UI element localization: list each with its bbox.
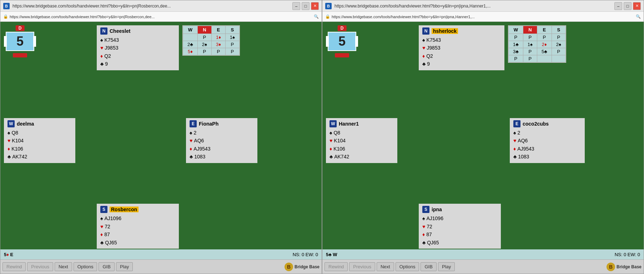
maximize-btn-1[interactable]: □	[302, 2, 310, 10]
east-badge-1: E	[190, 120, 197, 127]
toolbar-1: Rewind Previous Next Options GIB Play B …	[0, 259, 322, 274]
north-spades-1: ♠ K7543	[100, 36, 175, 44]
bb-text-1: Bridge Base	[295, 264, 320, 269]
board-number-box-2: 5	[328, 32, 356, 51]
title-text-1: https://www.bridgebase.com/tools/handvie…	[12, 4, 290, 9]
bid-n-header-1: N	[197, 26, 211, 34]
north-badge-1: N	[100, 27, 107, 35]
close-btn-2[interactable]: ✕	[633, 2, 641, 10]
status-bar-2: 5♣ W NS: 0 EW: 0	[322, 249, 644, 259]
bb-icon-1: B	[285, 263, 293, 271]
west-name-2: Hanner1	[339, 121, 359, 127]
bid-e-header-2: E	[537, 26, 552, 34]
east-header-1: E FionaPh	[190, 120, 254, 127]
west-name-1: deelma	[17, 121, 34, 127]
rewind-button-1[interactable]: Rewind	[2, 262, 26, 271]
address-bar-1: 🔒 https://www.bridgebase.com/tools/handv…	[0, 12, 322, 22]
west-header-1: W deelma	[7, 120, 72, 127]
bid-w-header-2: W	[509, 26, 523, 34]
status-bar-1: 5♦ E NS: 0 EW: 0	[0, 249, 322, 259]
north-header-1: N Cheeslet	[100, 27, 175, 35]
east-name-2: coco2cubs	[523, 121, 549, 127]
west-badge-2: W	[329, 120, 337, 127]
board-bottom-bar-1	[13, 53, 27, 57]
east-hand-2: E coco2cubs ♠ 2 ♥ AQ6 ♦ AJ9543 ♣ 1083	[510, 118, 585, 163]
window-controls-1: – □ ✕	[292, 2, 319, 10]
bid-row-2-2: 1♣ 1♠ 2♦ 2♠	[509, 41, 566, 48]
south-header-1: S Rosbercon	[100, 206, 175, 213]
south-hand-1: S Rosbercon ♠ AJ1096 ♥ 72 ♦ 87 ♣ QJ65	[97, 204, 179, 249]
address-text-2[interactable]: https://www.bridgebase.com/tools/handvie…	[332, 15, 634, 19]
south-hand-2: S ipna ♠ AJ1096 ♥ 72 ♦ 87 ♣ QJ65	[419, 204, 501, 249]
browser-window-1: B https://www.bridgebase.com/tools/handv…	[0, 0, 322, 274]
west-header-2: W Hanner1	[329, 120, 394, 127]
rewind-button-2[interactable]: Rewind	[324, 262, 348, 271]
bb-text-2: Bridge Base	[617, 264, 642, 269]
previous-button-1[interactable]: Previous	[27, 262, 53, 271]
north-badge-2: N	[422, 27, 429, 35]
contract-1: 5♦ E	[4, 252, 13, 257]
search-icon-2[interactable]: 🔍	[636, 14, 641, 19]
bid-w-header-1: W	[183, 26, 198, 34]
south-badge-1: S	[100, 206, 107, 213]
north-hand-1: N Cheeslet ♠ K7543 ♥ J9853 ♦ Q2 ♣ 9	[97, 25, 179, 70]
gib-button-1[interactable]: GIB	[99, 262, 114, 271]
south-name-2: ipna	[432, 207, 442, 212]
options-button-2[interactable]: Options	[396, 262, 419, 271]
bid-s-header-2: S	[552, 26, 565, 34]
score-1: NS: 0 EW: 0	[293, 252, 318, 257]
north-diamonds-1: ♦ Q2	[100, 52, 175, 60]
board-indicator-1: D 5	[4, 25, 36, 57]
west-hand-2: W Hanner1 ♠ Q8 ♥ K104 ♦ K106 ♣ AK742	[326, 118, 397, 163]
bid-table-2: W N E S P P P P 1♣ 1♠	[508, 25, 566, 63]
options-button-1[interactable]: Options	[74, 262, 97, 271]
north-hearts-1: ♥ J9853	[100, 44, 175, 52]
title-bar-1: B https://www.bridgebase.com/tools/handv…	[0, 0, 322, 12]
south-header-2: S ipna	[422, 206, 497, 213]
play-button-2[interactable]: Play	[438, 262, 455, 271]
search-icon-1[interactable]: 🔍	[314, 14, 319, 19]
play-button-1[interactable]: Play	[116, 262, 133, 271]
contract-2: 5♣ W	[326, 252, 337, 257]
bid-e-header-1: E	[211, 26, 225, 34]
bridge-base-logo-1: B Bridge Base	[285, 263, 320, 271]
dealer-label-2: D	[338, 25, 347, 31]
bid-s-header-1: S	[225, 26, 239, 34]
browser-window-2: B https://www.bridgebase.com/tools/handv…	[322, 0, 644, 274]
address-text-1[interactable]: https://www.bridgebase.com/tools/handvie…	[10, 15, 312, 19]
address-bar-2: 🔒 https://www.bridgebase.com/tools/handv…	[322, 12, 644, 22]
south-badge-2: S	[422, 206, 429, 213]
next-button-1[interactable]: Next	[55, 262, 72, 271]
bid-row-2-4: P P	[509, 55, 566, 62]
score-2: NS: 0 EW: 0	[615, 252, 640, 257]
gib-button-2[interactable]: GIB	[421, 262, 436, 271]
north-header-2: N hsherlock	[422, 27, 501, 35]
board-number-2: 5	[338, 34, 346, 49]
minimize-btn-2[interactable]: –	[614, 2, 622, 10]
bb-icon-2: B	[607, 263, 615, 271]
bid-row-1-3: 5♦ P P P	[183, 48, 240, 55]
maximize-btn-2[interactable]: □	[624, 2, 632, 10]
browser-icon-1: B	[3, 3, 10, 9]
north-name-2: hsherlock	[432, 28, 458, 34]
minimize-btn-1[interactable]: –	[292, 2, 300, 10]
north-hand-2: N hsherlock ♠ K7543 ♥ J9853 ♦ Q2 ♣ 9	[419, 25, 504, 70]
north-clubs-1: ♣ 9	[100, 60, 175, 68]
bid-table-1: W N E S P 1♦ 1♠ 2♣ 2♠	[182, 25, 240, 56]
bid-row-2-1: P P P P	[509, 34, 566, 41]
game-area-1: D 5 N Cheeslet ♠ K7543 ♥ J9853 ♦	[0, 22, 322, 259]
browser-icon-2: B	[325, 3, 332, 9]
bid-n-header-2: N	[523, 26, 537, 34]
toolbar-2: Rewind Previous Next Options GIB Play B …	[322, 259, 644, 274]
lock-icon-2: 🔒	[325, 14, 330, 19]
board-left-bar-2	[326, 36, 329, 47]
next-button-2[interactable]: Next	[377, 262, 394, 271]
title-bar-2: B https://www.bridgebase.com/tools/handv…	[322, 0, 644, 12]
bid-row-1-1: P 1♦ 1♠	[183, 34, 240, 41]
close-btn-1[interactable]: ✕	[311, 2, 319, 10]
east-badge-2: E	[513, 120, 520, 127]
previous-button-2[interactable]: Previous	[349, 262, 375, 271]
dealer-label-1: D	[16, 25, 25, 31]
game-area-2: D 5 N hsherlock ♠ K7543 ♥ J9853 ♦	[322, 22, 644, 259]
lock-icon-1: 🔒	[3, 14, 8, 19]
